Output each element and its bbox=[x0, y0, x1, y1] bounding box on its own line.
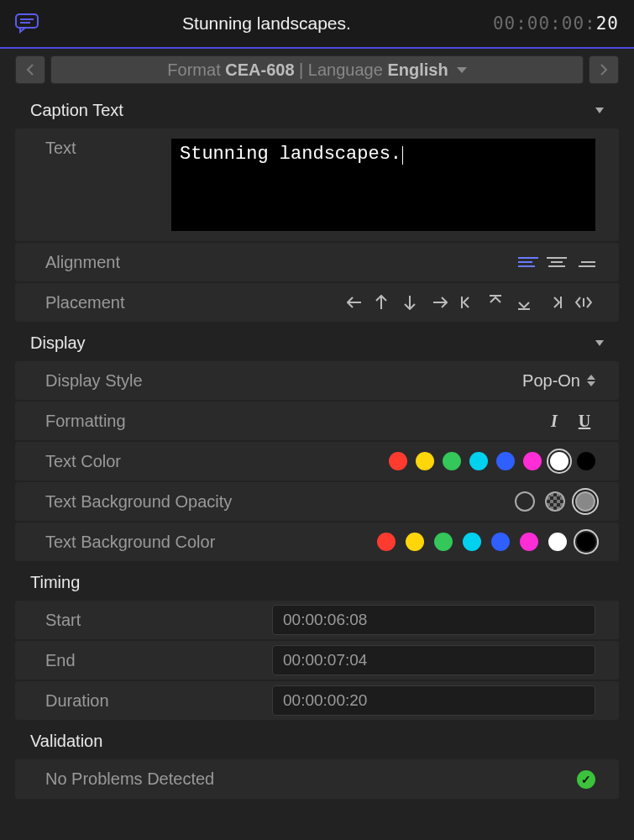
opacity-semi-button[interactable] bbox=[545, 491, 565, 512]
text-label: Text bbox=[45, 139, 171, 158]
section-header-caption-text[interactable]: Caption Text bbox=[0, 91, 634, 129]
move-up-button[interactable] bbox=[375, 293, 396, 312]
header-timecode: 00:00:00:20 bbox=[493, 13, 619, 34]
text-color-label: Text Color bbox=[45, 452, 188, 471]
bg-color-swatch-7[interactable] bbox=[577, 533, 595, 551]
bg-opacity-row: Text Background Opacity bbox=[15, 482, 619, 521]
bg-color-swatch-2[interactable] bbox=[434, 533, 453, 551]
end-label: End bbox=[45, 651, 188, 670]
text-color-swatch-2[interactable] bbox=[443, 452, 461, 470]
text-color-swatch-0[interactable] bbox=[389, 452, 407, 470]
display-style-value: Pop-On bbox=[522, 371, 580, 391]
start-time-input[interactable] bbox=[272, 605, 595, 635]
align-right-button[interactable] bbox=[575, 253, 595, 271]
svg-rect-0 bbox=[16, 14, 38, 28]
caption-inspector-panel: Stunning landscapes. 00:00:00:20 Format … bbox=[0, 0, 634, 840]
duration-label: Duration bbox=[45, 691, 188, 711]
section-title: Validation bbox=[30, 732, 102, 751]
move-down-button[interactable] bbox=[404, 293, 424, 312]
end-time-input[interactable] bbox=[272, 645, 595, 675]
move-left-button[interactable] bbox=[347, 293, 367, 312]
caption-text-row: Text Stunning landscapes. bbox=[15, 129, 619, 241]
text-cursor bbox=[402, 146, 403, 165]
bg-color-label: Text Background Color bbox=[45, 533, 377, 552]
bg-color-swatch-1[interactable] bbox=[406, 533, 424, 551]
start-label: Start bbox=[45, 611, 188, 630]
bg-opacity-label: Text Background Opacity bbox=[45, 492, 515, 512]
validation-row: No Problems Detected ✓ bbox=[15, 759, 619, 799]
underline-button[interactable]: U bbox=[574, 412, 595, 431]
formatting-row: Formatting I U bbox=[15, 402, 619, 440]
header-title: Stunning landscapes. bbox=[40, 13, 493, 34]
chevron-down-icon bbox=[595, 340, 604, 346]
italic-button[interactable]: I bbox=[543, 412, 565, 431]
section-title: Caption Text bbox=[30, 101, 123, 120]
snap-bottom-button[interactable] bbox=[518, 293, 538, 312]
text-color-swatch-1[interactable] bbox=[416, 452, 434, 470]
chevron-down-icon bbox=[457, 67, 467, 73]
caption-text-input[interactable]: Stunning landscapes. bbox=[171, 139, 595, 231]
section-title: Timing bbox=[30, 573, 80, 592]
display-style-label: Display Style bbox=[45, 371, 188, 391]
placement-row: Placement bbox=[15, 283, 619, 322]
bg-color-swatch-0[interactable] bbox=[377, 533, 396, 551]
display-style-row: Display Style Pop-On bbox=[15, 361, 619, 400]
align-left-button[interactable] bbox=[518, 253, 538, 271]
timing-duration-row: Duration bbox=[15, 681, 619, 720]
language-label: Language bbox=[308, 60, 383, 80]
timecode-prefix: 00:00:00: bbox=[493, 13, 596, 34]
language-value: English bbox=[387, 60, 448, 80]
prev-caption-button[interactable] bbox=[15, 55, 45, 84]
formatting-label: Formatting bbox=[45, 412, 188, 431]
format-value: CEA-608 bbox=[225, 60, 294, 80]
move-right-button[interactable] bbox=[432, 293, 453, 312]
check-icon: ✓ bbox=[577, 770, 595, 789]
snap-top-button[interactable] bbox=[490, 293, 510, 312]
text-color-row: Text Color bbox=[15, 442, 619, 480]
alignment-label: Alignment bbox=[45, 253, 188, 272]
section-header-timing: Timing bbox=[0, 563, 634, 601]
section-header-display[interactable]: Display bbox=[0, 323, 634, 361]
align-center-button[interactable] bbox=[547, 253, 567, 271]
next-caption-button[interactable] bbox=[589, 55, 619, 84]
timecode-frames: 20 bbox=[596, 13, 619, 34]
stepper-icon bbox=[587, 375, 595, 386]
snap-right-button[interactable] bbox=[547, 293, 567, 312]
section-title: Display bbox=[30, 333, 86, 353]
validation-message: No Problems Detected bbox=[45, 769, 214, 789]
caption-icon bbox=[15, 13, 40, 34]
duration-time-input[interactable] bbox=[272, 685, 595, 716]
bg-color-swatch-4[interactable] bbox=[491, 533, 510, 551]
opacity-solid-button[interactable] bbox=[575, 491, 595, 512]
format-label: Format bbox=[167, 60, 220, 80]
chevron-down-icon bbox=[595, 108, 604, 113]
bg-color-swatch-6[interactable] bbox=[548, 533, 567, 551]
display-style-dropdown[interactable]: Pop-On bbox=[522, 371, 595, 391]
opacity-transparent-button[interactable] bbox=[515, 491, 535, 512]
text-color-swatch-3[interactable] bbox=[469, 452, 488, 470]
header-bar: Stunning landscapes. 00:00:00:20 bbox=[0, 0, 634, 49]
text-color-swatch-7[interactable] bbox=[577, 452, 595, 470]
timing-end-row: End bbox=[15, 641, 619, 680]
bg-color-swatch-3[interactable] bbox=[463, 533, 481, 551]
text-color-swatch-6[interactable] bbox=[550, 452, 569, 470]
text-color-swatch-5[interactable] bbox=[523, 452, 542, 470]
placement-label: Placement bbox=[45, 293, 188, 312]
format-language-dropdown[interactable]: Format CEA-608 | Language English bbox=[50, 55, 584, 84]
snap-left-button[interactable] bbox=[461, 293, 481, 312]
timing-start-row: Start bbox=[15, 601, 619, 639]
format-nav-bar: Format CEA-608 | Language English bbox=[0, 49, 634, 91]
text-color-swatch-4[interactable] bbox=[496, 452, 515, 470]
bg-color-swatch-5[interactable] bbox=[520, 533, 538, 551]
snap-center-button[interactable] bbox=[575, 293, 595, 312]
caption-text-value: Stunning landscapes. bbox=[180, 144, 401, 165]
bg-color-row: Text Background Color bbox=[15, 522, 619, 561]
section-header-validation: Validation bbox=[0, 722, 634, 759]
alignment-row: Alignment bbox=[15, 243, 619, 281]
